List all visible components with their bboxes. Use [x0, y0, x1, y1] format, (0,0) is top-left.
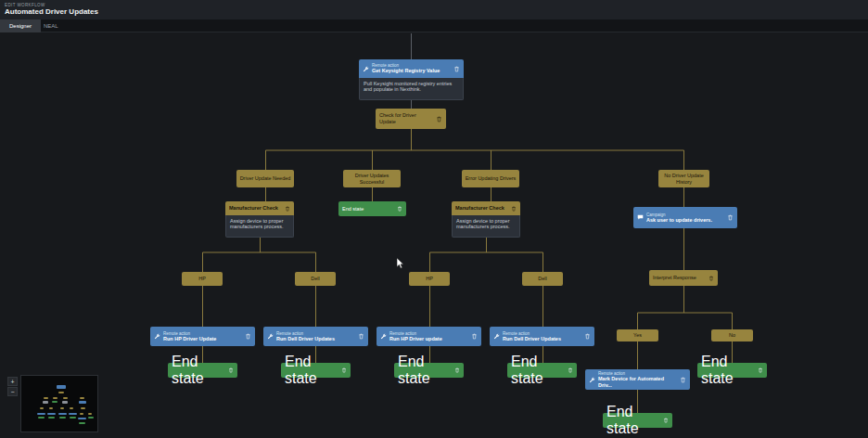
- node-branch-yes[interactable]: Yes: [617, 329, 658, 341]
- branch-label: Dell: [311, 276, 319, 282]
- branch-label: Driver Update Needed: [240, 175, 291, 182]
- wrench-icon: [493, 333, 500, 340]
- branch-label: HP: [198, 276, 206, 282]
- node-title: Get Keysight Registry Value: [372, 68, 451, 74]
- node-check-for-driver-update[interactable]: Check for Driver Update: [376, 109, 446, 129]
- zoom-in-button[interactable]: +: [7, 377, 18, 386]
- wrench-icon: [380, 333, 387, 340]
- node-campaign-ask-user[interactable]: Campaign Ask user to update drivers.: [633, 207, 737, 228]
- tab-bar: Designer NEAL: [0, 19, 868, 32]
- node-title: Run Dell Driver Updates: [276, 336, 355, 342]
- node-branch-no-driver-update-history[interactable]: No Driver Update History: [658, 170, 709, 187]
- node-end-state-success[interactable]: End state: [338, 201, 406, 216]
- chat-bubble-icon: [637, 214, 644, 221]
- node-mark-device-for-automated-driver[interactable]: Remote actionMark Device for Automated D…: [585, 369, 690, 390]
- tab-neal[interactable]: NEAL: [34, 19, 68, 32]
- node-title: Run Dell Driver Updates: [503, 336, 581, 342]
- node-branch-driver-updates-successful[interactable]: Driver Updates Successful: [343, 170, 401, 187]
- node-title: Interpret Response: [653, 275, 696, 281]
- delete-icon[interactable]: [397, 206, 402, 212]
- zoom-out-button[interactable]: −: [7, 387, 18, 396]
- node-run-hp-driver-update-1[interactable]: Remote actionRun HP Driver Update: [150, 327, 255, 346]
- node-title: Manufacturer Check: [229, 205, 278, 212]
- delete-icon[interactable]: [584, 333, 591, 340]
- wrench-icon: [154, 333, 160, 340]
- branch-label: Error Updating Drivers: [466, 175, 517, 182]
- branch-label: Yes: [633, 332, 642, 339]
- branch-label: Driver Updates Successful: [346, 173, 398, 185]
- node-manufacturer-check-2[interactable]: Manufacturer Check Assign device to prop…: [452, 201, 520, 238]
- zoom-controls: + −: [7, 377, 18, 396]
- node-title: End state: [285, 354, 338, 387]
- node-run-dell-driver-updates-2[interactable]: Remote actionRun Dell Driver Updates: [490, 327, 594, 346]
- delete-icon[interactable]: [358, 333, 364, 340]
- branch-label: HP: [426, 276, 433, 282]
- workflow-editor: { "header": { "eyebrow": "EDIT WORKFLOW"…: [0, 0, 868, 438]
- delete-icon[interactable]: [511, 206, 517, 212]
- top-bar: EDIT WORKFLOW Automated Driver Updates: [0, 0, 868, 19]
- node-title: End state: [342, 206, 364, 212]
- node-title: Run HP Driver update: [389, 336, 468, 342]
- node-description: Assign device to proper manufacturers pr…: [452, 215, 520, 238]
- delete-icon[interactable]: [727, 214, 734, 221]
- branch-label: Dell: [538, 276, 546, 282]
- delete-icon[interactable]: [663, 418, 669, 423]
- node-title: Check for Driver Update: [379, 112, 433, 124]
- delete-icon[interactable]: [228, 367, 234, 373]
- node-end-state-final[interactable]: End state: [603, 413, 672, 428]
- node-description: Assign device to proper manufacturers pr…: [225, 215, 294, 238]
- node-branch-hp-1[interactable]: HP: [182, 272, 223, 286]
- branch-label: No Driver Update History: [661, 173, 707, 185]
- wrench-icon: [363, 66, 369, 72]
- node-title: End state: [511, 354, 565, 387]
- node-interpret-response[interactable]: Interpret Response: [649, 270, 718, 286]
- delete-icon[interactable]: [285, 206, 290, 212]
- workflow-title: Automated Driver Updates: [5, 7, 98, 16]
- delete-icon[interactable]: [341, 367, 347, 373]
- node-branch-dell-1[interactable]: Dell: [295, 272, 336, 286]
- delete-icon[interactable]: [471, 333, 478, 340]
- node-branch-driver-update-needed[interactable]: Driver Update Needed: [236, 170, 294, 187]
- node-get-keysight-registry-value[interactable]: Remote action Get Keysight Registry Valu…: [359, 59, 464, 100]
- node-branch-error-updating-drivers[interactable]: Error Updating Drivers: [462, 170, 519, 187]
- delete-icon[interactable]: [454, 367, 460, 373]
- node-run-hp-driver-update-2[interactable]: Remote actionRun HP Driver update: [377, 327, 481, 346]
- delete-icon[interactable]: [245, 333, 251, 340]
- delete-icon[interactable]: [758, 367, 763, 373]
- node-title: End state: [701, 354, 755, 387]
- node-end-state-dell-1[interactable]: End state: [281, 363, 351, 378]
- wrench-icon: [589, 377, 595, 383]
- delete-icon[interactable]: [680, 377, 686, 383]
- mouse-cursor: [397, 258, 406, 269]
- node-end-state-hp-1[interactable]: End state: [168, 363, 237, 378]
- node-branch-hp-2[interactable]: HP: [409, 272, 450, 286]
- node-description: Pull Keysight monitored registry entries…: [359, 78, 464, 100]
- node-title: End state: [172, 354, 225, 387]
- node-title: End state: [398, 354, 452, 387]
- node-end-state-no[interactable]: End state: [697, 363, 767, 378]
- node-title: Ask user to update drivers.: [646, 217, 724, 224]
- node-title: Manufacturer Check: [455, 205, 504, 212]
- node-branch-dell-2[interactable]: Dell: [522, 272, 563, 286]
- delete-icon[interactable]: [568, 367, 573, 373]
- node-run-dell-driver-updates-1[interactable]: Remote actionRun Dell Driver Updates: [263, 327, 368, 346]
- node-title: Mark Device for Automated Driv...: [598, 376, 677, 388]
- node-manufacturer-check-1[interactable]: Manufacturer Check Assign device to prop…: [225, 201, 294, 238]
- node-branch-no[interactable]: No: [711, 329, 753, 341]
- delete-icon[interactable]: [436, 116, 442, 122]
- delete-icon[interactable]: [453, 66, 460, 72]
- delete-icon[interactable]: [708, 276, 714, 281]
- node-end-state-hp-2[interactable]: End state: [394, 363, 464, 378]
- wrench-icon: [267, 333, 274, 340]
- node-title: End state: [606, 404, 660, 437]
- branch-label: No: [729, 332, 735, 339]
- node-title: Run HP Driver Update: [163, 336, 242, 342]
- node-end-state-dell-2[interactable]: End state: [507, 363, 577, 378]
- minimap[interactable]: [20, 375, 98, 432]
